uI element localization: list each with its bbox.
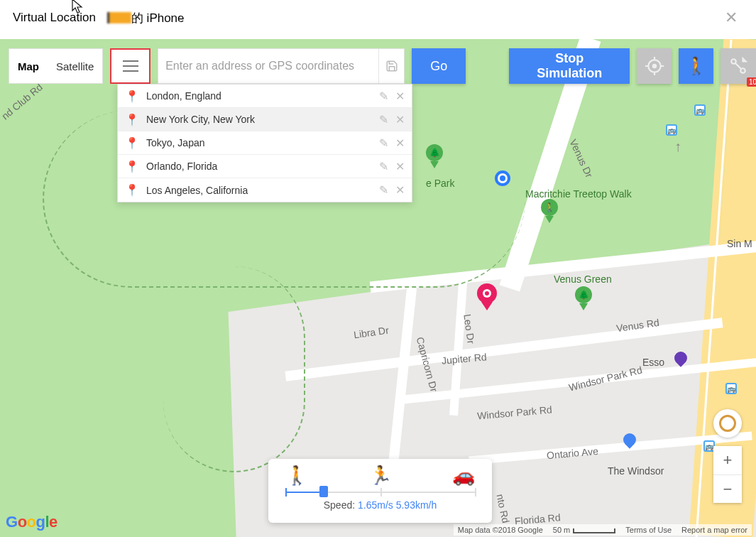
speed-value: 1.65m/s 5.93km/h (358, 499, 437, 511)
google-logo: Google (6, 513, 57, 531)
save-icon (385, 60, 398, 72)
history-menu-button[interactable] (110, 48, 150, 84)
search-input[interactable] (158, 60, 378, 72)
pin-icon: 📍 (125, 136, 139, 150)
pin-icon: 📍 (125, 90, 139, 103)
bus-stop-icon: 🚌 (725, 383, 737, 394)
poi-label: The Windsor (608, 465, 664, 477)
terms-link[interactable]: Terms of Use (625, 526, 672, 534)
delete-icon[interactable]: ✕ (395, 90, 405, 103)
current-location-icon (495, 170, 510, 186)
speed-panel: 🚶 🏃 🚗 Speed: 1.65m/s 5.93km/h (268, 459, 492, 523)
pin-icon: 📍 (125, 160, 139, 173)
title-bar: Virtual Location 的 iPhone ✕ (0, 0, 756, 36)
edit-icon[interactable]: ✎ (379, 90, 388, 103)
bus-stop-icon: 🚌 (666, 124, 677, 136)
delete-icon[interactable]: ✕ (395, 113, 405, 126)
history-item[interactable]: 📍 London, England ✎ ✕ (118, 85, 412, 108)
route-icon (729, 57, 747, 75)
north-arrow-icon: ↑ (674, 139, 681, 155)
map-type-toggle: Map Satellite (9, 48, 103, 84)
walk-mode-button[interactable]: 🚶 (679, 48, 713, 84)
save-location-button[interactable] (378, 49, 404, 83)
delete-icon[interactable]: ✕ (395, 183, 405, 197)
run-icon[interactable]: 🏃 (369, 465, 392, 487)
close-icon[interactable]: ✕ (725, 9, 738, 27)
delete-icon[interactable]: ✕ (395, 136, 405, 150)
device-icon (107, 12, 131, 23)
speed-slider[interactable] (285, 489, 475, 495)
go-button[interactable]: Go (412, 48, 466, 84)
drive-icon[interactable]: 🚗 (452, 465, 475, 487)
history-item[interactable]: 📍 New York City, New York ✎ ✕ (118, 108, 412, 131)
svg-line-8 (735, 63, 742, 70)
speed-slider-handle[interactable] (319, 486, 328, 497)
map-type-satellite[interactable]: Satellite (48, 49, 102, 83)
walk-icon: 🚶 (686, 56, 707, 76)
device-name: 的 iPhone (131, 10, 185, 26)
edit-icon[interactable]: ✎ (379, 113, 388, 126)
bus-stop-icon: 🚌 (694, 104, 706, 116)
gas-station-icon (674, 352, 689, 370)
poi-label: e Park (426, 178, 454, 189)
zoom-in-button[interactable]: + (713, 446, 742, 474)
history-item-label: Tokyo, Japan (146, 137, 372, 148)
cursor-icon (71, 0, 84, 17)
history-item[interactable]: 📍 Los Angeles, California ✎ ✕ (118, 178, 412, 202)
speed-label: Speed: (324, 499, 355, 511)
hamburger-icon (123, 60, 138, 72)
edit-icon[interactable]: ✎ (379, 183, 388, 197)
center-location-button[interactable] (637, 48, 672, 84)
pin-icon: 📍 (125, 183, 139, 197)
park-pin-icon: 🌲 (575, 286, 592, 310)
crosshair-icon (645, 57, 664, 75)
layers-button[interactable] (713, 409, 742, 438)
history-item[interactable]: 📍 Orlando, Florida ✎ ✕ (118, 155, 412, 178)
svg-point-1 (653, 65, 656, 67)
poi-label: Esso (642, 357, 664, 368)
route-count-badge: 10 (747, 77, 756, 87)
history-item-label: Orlando, Florida (146, 161, 372, 172)
park-pin-icon: 🚶 (541, 199, 558, 223)
toolbar: Map Satellite Go Stop Simulation 🚶 10 (9, 48, 756, 84)
poi-label: Macritchie Treetop Walk (525, 188, 632, 200)
history-dropdown: 📍 London, England ✎ ✕ 📍 New York City, N… (117, 84, 412, 202)
park-pin-icon: 🌲 (426, 144, 443, 168)
map-data-text: Map data ©2018 Google (458, 526, 543, 534)
map-attribution: Map data ©2018 Google 50 m Terms of Use … (454, 524, 752, 536)
walk-icon[interactable]: 🚶 (285, 465, 308, 487)
history-item-label: London, England (146, 90, 372, 102)
zoom-out-button[interactable]: − (713, 474, 742, 503)
edit-icon[interactable]: ✎ (379, 136, 388, 150)
scale-text: 50 m (553, 526, 615, 534)
edit-icon[interactable]: ✎ (379, 160, 388, 173)
pin-icon: 📍 (125, 113, 139, 126)
history-item-label: Los Angeles, California (146, 185, 372, 196)
zoom-control: + − (713, 446, 742, 503)
poi-label: Venus Green (554, 273, 612, 285)
history-item[interactable]: 📍 Tokyo, Japan ✎ ✕ (118, 131, 412, 155)
history-item-label: New York City, New York (146, 114, 372, 125)
delete-icon[interactable]: ✕ (395, 160, 405, 173)
search-group (158, 48, 405, 84)
poi-label: Sin M (727, 238, 752, 249)
map-type-map[interactable]: Map (9, 49, 48, 83)
poi-pin-icon (623, 433, 637, 452)
stop-simulation-button[interactable]: Stop Simulation (509, 48, 630, 84)
report-error-link[interactable]: Report a map error (681, 526, 747, 534)
target-pin-icon (477, 283, 497, 312)
